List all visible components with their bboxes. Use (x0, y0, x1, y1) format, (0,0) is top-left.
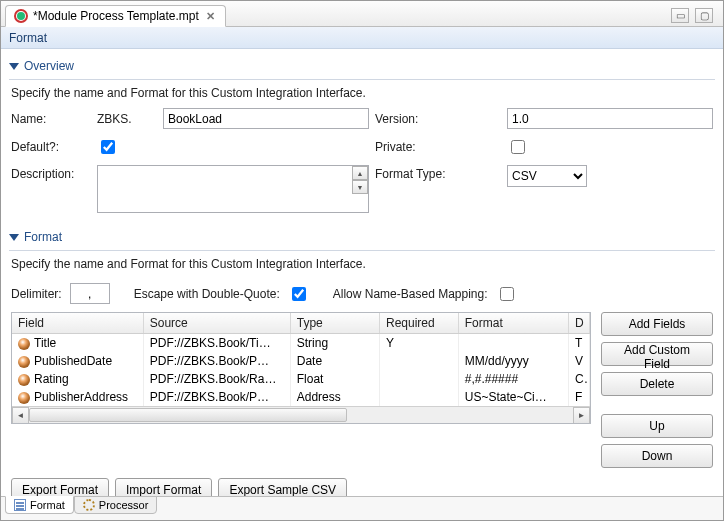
scroll-thumb[interactable] (29, 408, 347, 422)
tab-format[interactable]: Format (5, 496, 74, 514)
name-prefix: ZBKS. (97, 112, 157, 126)
delimiter-input[interactable] (70, 283, 110, 304)
format-section-header[interactable]: Format (9, 226, 715, 248)
col-type[interactable]: Type (290, 313, 379, 334)
export-sample-csv-button[interactable]: Export Sample CSV (218, 478, 347, 496)
table-row[interactable]: PublishedDate PDF://ZBKS.Book/P… Date MM… (12, 352, 590, 370)
allow-name-label: Allow Name-Based Mapping: (333, 287, 488, 301)
collapse-icon (9, 63, 19, 70)
format-type-label: Format Type: (375, 165, 465, 181)
cell-type: Float (290, 370, 379, 388)
fields-table[interactable]: Field Source Type Required Format D Titl… (12, 313, 590, 406)
delimiter-label: Delimiter: (11, 287, 62, 301)
spinner-down-icon[interactable]: ▼ (352, 180, 368, 194)
down-button[interactable]: Down (601, 444, 713, 468)
close-tab-icon[interactable]: ✕ (204, 10, 217, 23)
tab-processor-label: Processor (99, 499, 149, 511)
add-fields-button[interactable]: Add Fields (601, 312, 713, 336)
col-field[interactable]: Field (12, 313, 143, 334)
scroll-left-icon[interactable]: ◄ (12, 407, 29, 424)
overview-section-header[interactable]: Overview (9, 55, 715, 77)
tab-format-label: Format (30, 499, 65, 511)
cell-type: String (290, 334, 379, 353)
cell-source: PDF://ZBKS.Book/Ra… (143, 370, 290, 388)
col-format[interactable]: Format (458, 313, 568, 334)
private-label: Private: (375, 140, 465, 154)
bottom-tabbar: Format Processor (1, 496, 723, 520)
cell-field: PublishedDate (34, 354, 112, 368)
module-icon (14, 9, 28, 23)
collapse-icon (9, 234, 19, 241)
minimize-button[interactable]: ▭ (671, 8, 689, 23)
field-icon (18, 374, 30, 386)
field-icon (18, 356, 30, 368)
cell-source: PDF://ZBKS.Book/Ti… (143, 334, 290, 353)
escape-label: Escape with Double-Quote: (134, 287, 280, 301)
version-label: Version: (375, 112, 465, 126)
cell-source: PDF://ZBKS.Book/P… (143, 352, 290, 370)
overview-title: Overview (24, 59, 74, 73)
spinner-up-icon[interactable]: ▲ (352, 166, 368, 180)
page-title: Format (9, 31, 47, 45)
side-button-panel: Add Fields Add Custom Field Delete Up Do… (601, 312, 713, 468)
import-format-button[interactable]: Import Format (115, 478, 212, 496)
cell-format: MM/dd/yyyy (458, 352, 568, 370)
format-type-select[interactable]: CSV (507, 165, 587, 187)
horizontal-scrollbar[interactable]: ◄ ► (12, 406, 590, 423)
scroll-right-icon[interactable]: ► (573, 407, 590, 424)
tab-processor[interactable]: Processor (74, 496, 158, 514)
cell-field: PublisherAddress (34, 390, 128, 404)
editor-window: *Module Process Template.mpt ✕ ▭ ▢ Forma… (0, 0, 724, 521)
cell-field: Title (34, 336, 56, 350)
export-format-button[interactable]: Export Format (11, 478, 109, 496)
cell-extra: T (568, 334, 589, 353)
format-title: Format (24, 230, 62, 244)
version-input[interactable] (507, 108, 713, 129)
separator (9, 250, 715, 251)
table-header-row: Field Source Type Required Format D (12, 313, 590, 334)
up-button[interactable]: Up (601, 414, 713, 438)
col-extra[interactable]: D (568, 313, 589, 334)
description-textarea[interactable] (97, 165, 369, 213)
cell-extra: C (568, 370, 589, 388)
format-options-row: Delimiter: Escape with Double-Quote: All… (9, 279, 715, 312)
editor-tab[interactable]: *Module Process Template.mpt ✕ (5, 5, 226, 27)
overview-form: Name: ZBKS. Version: Default?: Private: … (9, 108, 715, 216)
table-row[interactable]: PublisherAddress PDF://ZBKS.Book/P… Addr… (12, 388, 590, 406)
fields-zone: Field Source Type Required Format D Titl… (9, 312, 715, 468)
fields-table-container: Field Source Type Required Format D Titl… (11, 312, 591, 424)
maximize-button[interactable]: ▢ (695, 8, 713, 23)
table-row[interactable]: Rating PDF://ZBKS.Book/Ra… Float #,#.###… (12, 370, 590, 388)
cell-extra: V (568, 352, 589, 370)
cell-required (379, 388, 458, 406)
escape-checkbox[interactable] (292, 287, 306, 301)
add-custom-field-button[interactable]: Add Custom Field (601, 342, 713, 366)
private-checkbox[interactable] (511, 140, 525, 154)
cell-required (379, 370, 458, 388)
cell-field: Rating (34, 372, 69, 386)
field-icon (18, 392, 30, 404)
overview-description: Specify the name and Format for this Cus… (11, 86, 713, 100)
textarea-spinner: ▲ ▼ (352, 166, 368, 194)
cell-format: #,#.##### (458, 370, 568, 388)
col-required[interactable]: Required (379, 313, 458, 334)
document-icon (14, 499, 26, 511)
col-source[interactable]: Source (143, 313, 290, 334)
window-controls: ▭ ▢ (665, 5, 719, 26)
cell-format: US~State~Ci… (458, 388, 568, 406)
allow-name-checkbox[interactable] (500, 287, 514, 301)
table-row[interactable]: Title PDF://ZBKS.Book/Ti… String Y T (12, 334, 590, 353)
separator (9, 79, 715, 80)
delete-button[interactable]: Delete (601, 372, 713, 396)
editor-tab-title: *Module Process Template.mpt (33, 9, 199, 23)
description-label: Description: (11, 165, 91, 181)
page-header: Format (1, 27, 723, 49)
gear-icon (83, 499, 95, 511)
top-tabbar: *Module Process Template.mpt ✕ ▭ ▢ (1, 1, 723, 27)
cell-format (458, 334, 568, 353)
content-area: Overview Specify the name and Format for… (1, 49, 723, 496)
name-label: Name: (11, 112, 91, 126)
cell-source: PDF://ZBKS.Book/P… (143, 388, 290, 406)
name-input[interactable] (163, 108, 369, 129)
default-checkbox[interactable] (101, 140, 115, 154)
